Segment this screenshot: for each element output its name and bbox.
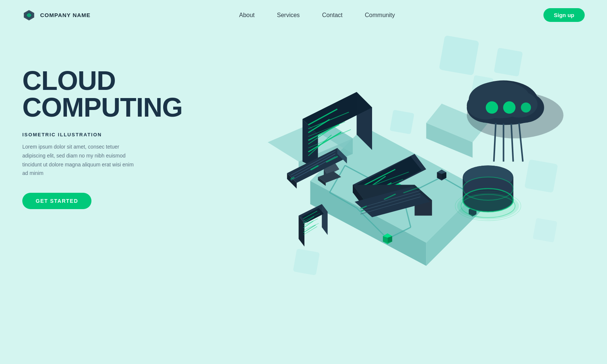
svg-point-127	[503, 101, 516, 114]
logo-name: COMPANY NAME	[40, 12, 91, 18]
svg-rect-4	[494, 48, 523, 77]
svg-line-81	[303, 225, 316, 233]
hero-title: CLOUD COMPUTING	[22, 67, 183, 121]
nav-item-about[interactable]: About	[239, 12, 255, 19]
svg-point-128	[521, 103, 531, 113]
hero-subtitle: ISOMETRIC ILLUSTRATION	[22, 132, 183, 137]
hero-left: CLOUD COMPUTING ISOMETRIC ILLUSTRATION L…	[22, 45, 183, 361]
svg-rect-7	[293, 248, 320, 275]
signup-button[interactable]: Sign up	[543, 8, 585, 22]
hero-body: Lorem ipsum dolor sit amet, consec tetue…	[22, 143, 134, 178]
hero-section: CLOUD COMPUTING ISOMETRIC ILLUSTRATION L…	[0, 30, 607, 361]
nav-item-services[interactable]: Services	[277, 12, 300, 19]
navbar: COMPANY NAME About Services Contact Comm…	[0, 0, 607, 30]
logo-icon	[22, 9, 36, 22]
svg-rect-3	[439, 35, 479, 75]
logo-area: COMPANY NAME	[22, 9, 91, 22]
svg-rect-6	[390, 110, 414, 134]
svg-rect-9	[533, 218, 557, 243]
nav-item-community[interactable]: Community	[365, 12, 395, 19]
svg-line-82	[303, 227, 317, 235]
svg-rect-8	[524, 159, 558, 193]
nav-item-contact[interactable]: Contact	[322, 12, 342, 19]
isometric-svg	[168, 30, 577, 316]
hero-illustration	[183, 45, 585, 361]
svg-point-126	[486, 101, 498, 114]
get-started-button[interactable]: GET STARTED	[22, 193, 91, 209]
nav-links: About Services Contact Community	[239, 12, 395, 19]
svg-point-115	[457, 192, 519, 220]
